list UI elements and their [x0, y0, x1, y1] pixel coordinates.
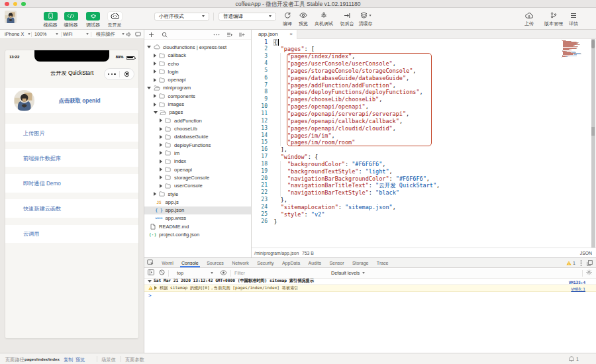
- code-line[interactable]: 13 "pages/openapi/cloudid/cloudid",: [252, 125, 596, 132]
- tree-folder-images[interactable]: images: [144, 100, 251, 108]
- toolbar-action-版本管理[interactable]: 版本管理: [542, 11, 565, 27]
- expand-arrow-icon[interactable]: [148, 280, 152, 283]
- sound-icon[interactable]: [126, 32, 131, 37]
- tree-folder-deployFunctions[interactable]: deployFunctions: [144, 141, 251, 149]
- search-icon[interactable]: [162, 30, 168, 39]
- menu-row-link[interactable]: 快速新建云函数: [23, 205, 61, 212]
- menu-row[interactable]: 即时通信 Demo: [5, 174, 138, 192]
- debugger-tab-security[interactable]: Security: [253, 258, 278, 267]
- debugger-tab-wxml[interactable]: Wxml: [158, 258, 177, 267]
- tree-folder-openapi[interactable]: openapi: [144, 165, 251, 173]
- debugger-tab-sources[interactable]: Sources: [203, 258, 228, 267]
- code-line[interactable]: 9 "pages/chooseLib/chooseLib",: [252, 96, 596, 103]
- warning-count-badge[interactable]: 1: [566, 261, 575, 265]
- debugger-tab-audits[interactable]: Audits: [304, 258, 325, 267]
- menu-row[interactable]: 前端操作数据库: [5, 149, 138, 167]
- expand-arrow-icon[interactable]: [154, 286, 157, 290]
- toolbar-action-清缓存[interactable]: 清缓存: [354, 11, 377, 27]
- dock-window-icon[interactable]: [587, 257, 593, 269]
- expand-arrow-icon[interactable]: [160, 184, 162, 188]
- scene-label[interactable]: 场景值: [101, 357, 116, 363]
- device-option-device[interactable]: iPhone X: [5, 30, 24, 38]
- tree-folder-im[interactable]: im: [144, 149, 251, 157]
- code-line[interactable]: 24 "sitemapLocation": "sitemap.json",: [252, 204, 596, 211]
- expand-arrow-icon[interactable]: [154, 69, 156, 73]
- code-line[interactable]: 21 "navigationBarTitleText": "云开发 QuickS…: [252, 182, 596, 189]
- code-line[interactable]: 2 "pages": [: [252, 46, 596, 53]
- collapse-arrow-icon[interactable]: [147, 46, 151, 48]
- context-select[interactable]: top: [177, 270, 213, 276]
- debugger-tab-console[interactable]: Console: [177, 258, 203, 267]
- code-line[interactable]: 19 "backgroundTextStyle": "light",: [252, 168, 596, 175]
- toolbar-button-编辑器[interactable]: 编辑器: [63, 12, 79, 28]
- code-line[interactable]: 4 "pages/userConsole/userConsole",: [252, 60, 596, 68]
- get-openid-link[interactable]: 点击获取 openid: [58, 97, 100, 104]
- tree-folder-pages[interactable]: pages: [144, 109, 251, 116]
- collapse-folders-icon[interactable]: [226, 30, 233, 39]
- code-line[interactable]: 8 "pages/deployFunctions/deployFunctions…: [252, 89, 596, 96]
- kebab-menu-icon[interactable]: [580, 257, 582, 269]
- expand-arrow-icon[interactable]: [154, 103, 156, 107]
- tree-folder-cloudfunctions-express-test[interactable]: cloudfunctions | express-test: [144, 43, 251, 51]
- code-line[interactable]: 25 "style": "v2": [252, 211, 596, 218]
- tree-folder-openapi[interactable]: openapi: [144, 76, 251, 84]
- tree-file-README.md[interactable]: README.md: [144, 222, 251, 230]
- code-line[interactable]: 12 "pages/openapi/callback/callback",: [252, 118, 596, 125]
- preview-path-link[interactable]: 预览: [75, 357, 85, 363]
- code-line[interactable]: 23 },: [252, 197, 596, 204]
- expand-arrow-icon[interactable]: [154, 94, 156, 98]
- page-params-label[interactable]: 页面参数: [125, 357, 144, 363]
- tab-app-json[interactable]: app.json ×: [252, 30, 297, 39]
- expand-arrow-icon[interactable]: [160, 167, 162, 171]
- tree-file-project.config.json[interactable]: (·)project.config.json: [144, 230, 251, 238]
- code-line[interactable]: 22 "navigationBarTextStyle": "black": [252, 189, 596, 197]
- expand-arrow-icon[interactable]: [160, 127, 162, 131]
- editor-scrollbar[interactable]: [591, 39, 595, 248]
- console-settings-icon[interactable]: [586, 269, 592, 277]
- code-line[interactable]: 14 "pages/im/im",: [252, 132, 596, 140]
- debugger-tab-network[interactable]: Network: [228, 258, 253, 267]
- code-line[interactable]: 15 "pages/im/room/room": [252, 139, 596, 146]
- tree-folder-echo[interactable]: echo: [144, 60, 251, 68]
- menu-row-link[interactable]: 云调用: [23, 230, 40, 238]
- device-option-zoom[interactable]: 100%: [34, 30, 46, 38]
- code-area[interactable]: 1{2 "pages": [3 "pages/index/index",4 "p…: [252, 39, 596, 248]
- tree-folder-miniprogram[interactable]: miniprogram: [144, 84, 251, 92]
- tree-folder-login[interactable]: login: [144, 68, 251, 75]
- device-option-actions[interactable]: 模拟操作: [96, 30, 115, 38]
- code-line[interactable]: 26}: [252, 218, 596, 226]
- expand-arrow-icon[interactable]: [160, 118, 162, 122]
- code-line[interactable]: 17 "window": {: [252, 154, 596, 161]
- tree-folder-addFunction[interactable]: addFunction: [144, 116, 251, 124]
- debugger-tab-storage[interactable]: Storage: [348, 258, 373, 267]
- expand-arrow-icon[interactable]: [160, 151, 162, 155]
- debugger-tab-sensor[interactable]: Sensor: [325, 258, 348, 267]
- tree-file-app.json[interactable]: { }app.json: [144, 206, 251, 214]
- toolbar-action-预览[interactable]: 预览: [292, 11, 315, 27]
- toolbar-button-调试器[interactable]: 调试器: [85, 12, 101, 28]
- expand-arrow-icon[interactable]: [160, 159, 162, 163]
- code-line[interactable]: 1{: [252, 39, 596, 46]
- tree-folder-index[interactable]: index: [144, 158, 251, 165]
- expand-arrow-icon[interactable]: [160, 135, 162, 139]
- menu-row[interactable]: 快速新建云函数: [5, 199, 138, 217]
- file-language[interactable]: JSON: [580, 251, 592, 255]
- more-options-icon[interactable]: [213, 30, 220, 39]
- user-avatar[interactable]: [5, 11, 17, 23]
- toolbar-button-模拟器[interactable]: 模拟器: [42, 12, 58, 28]
- debugger-tab-trace[interactable]: Trace: [373, 258, 393, 267]
- more-menu-icon[interactable]: [105, 73, 119, 75]
- tree-folder-callback[interactable]: callback: [144, 52, 251, 60]
- collapse-arrow-icon[interactable]: [147, 87, 151, 89]
- inspect-element-icon[interactable]: [147, 259, 154, 266]
- console-sidebar-icon[interactable]: [148, 269, 154, 277]
- code-line[interactable]: 18 "backgroundColor": "#F6F6F6",: [252, 161, 596, 168]
- expand-arrow-icon[interactable]: [154, 78, 156, 82]
- menu-row-link[interactable]: 上传图片: [23, 129, 45, 136]
- close-tab-icon[interactable]: ×: [289, 32, 293, 36]
- compile-mode-select[interactable]: 普通编译: [219, 13, 276, 21]
- add-file-icon[interactable]: [148, 30, 154, 39]
- code-line[interactable]: 20 "navigationBarBackgroundColor": "#F6F…: [252, 175, 596, 183]
- expand-arrow-icon[interactable]: [154, 192, 156, 196]
- menu-row[interactable]: 上传图片: [5, 124, 138, 142]
